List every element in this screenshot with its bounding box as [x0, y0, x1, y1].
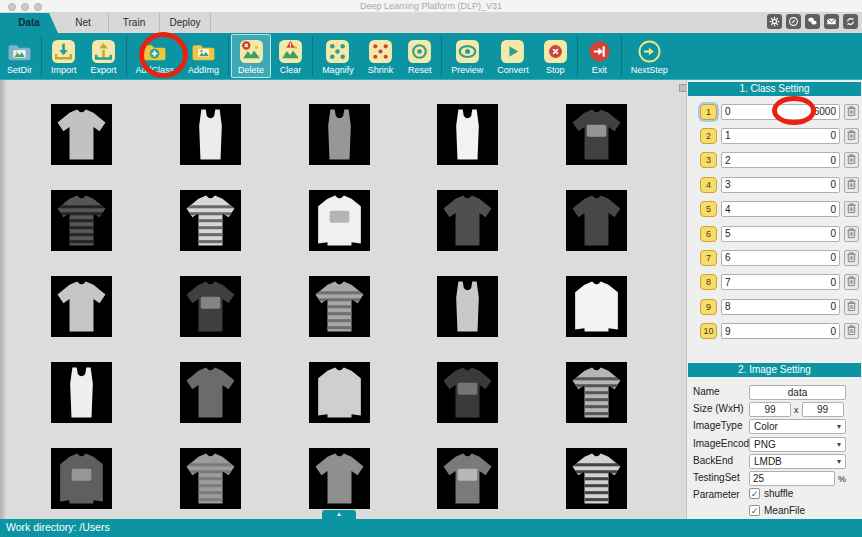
delete-class-button[interactable] — [844, 226, 859, 242]
dataset-image[interactable] — [309, 276, 370, 337]
delete-class-button[interactable] — [844, 104, 859, 120]
toolbar-separator — [228, 36, 229, 76]
dataset-image[interactable] — [437, 104, 498, 165]
class-name-field[interactable]: 30 — [721, 177, 840, 193]
tab-data[interactable]: Data — [0, 13, 58, 33]
width-input[interactable]: 99 — [749, 402, 791, 417]
dataset-image[interactable] — [51, 362, 112, 423]
class-index-button[interactable]: 9 — [700, 299, 717, 315]
class-index-button[interactable]: 2 — [700, 128, 717, 144]
dataset-image[interactable] — [180, 362, 241, 423]
testingset-input[interactable]: 25 — [749, 471, 835, 486]
mail-window-button[interactable] — [824, 14, 839, 29]
dataset-image[interactable] — [51, 276, 112, 337]
toolbar-button-import[interactable]: Import — [44, 34, 84, 78]
scroll-up-tab[interactable]: ▲ — [322, 510, 356, 519]
delete-class-button[interactable] — [844, 299, 859, 315]
tab-deploy[interactable]: Deploy — [160, 13, 211, 33]
class-name-field[interactable]: 10 — [721, 128, 840, 144]
imageencode-select[interactable]: PNG▾ — [749, 437, 846, 452]
dataset-image[interactable] — [180, 104, 241, 165]
dataset-image[interactable] — [51, 448, 112, 509]
dataset-image[interactable] — [309, 448, 370, 509]
dataset-image[interactable] — [309, 190, 370, 251]
height-input[interactable]: 99 — [802, 402, 844, 417]
tab-net[interactable]: Net — [58, 13, 109, 33]
field-control: 25% — [749, 471, 849, 486]
dataset-image[interactable] — [437, 190, 498, 251]
class-name-field[interactable]: 80 — [721, 299, 840, 315]
toolbar-button-reset[interactable]: Reset — [400, 34, 439, 78]
delete-class-button[interactable] — [844, 177, 859, 193]
delete-class-button[interactable] — [844, 274, 859, 290]
class-index-button[interactable]: 7 — [700, 250, 717, 266]
meanfile-checkbox[interactable]: ✓ — [749, 505, 760, 516]
dataset-image[interactable] — [180, 448, 241, 509]
toolbar-button-addclass[interactable]: AddClass — [129, 34, 182, 78]
class-name-field[interactable]: 90 — [721, 323, 840, 339]
folder-image-icon — [7, 39, 32, 64]
dataset-image[interactable] — [566, 104, 627, 165]
class-image-count: 0 — [830, 228, 836, 239]
delete-class-button[interactable] — [844, 201, 859, 217]
class-name-field[interactable]: 40 — [721, 201, 840, 217]
dataset-image[interactable] — [180, 276, 241, 337]
dataset-image[interactable] — [309, 362, 370, 423]
class-name-field[interactable]: 20 — [721, 152, 840, 168]
toolbar-button-nextstep[interactable]: NextStep — [624, 34, 675, 78]
class-index-button[interactable]: 10 — [700, 323, 717, 339]
class-name-field[interactable]: 06000 — [721, 104, 840, 120]
class-name-field[interactable]: 50 — [721, 226, 840, 242]
toolbar-button-setdir[interactable]: SetDir — [0, 34, 39, 78]
class-index-button[interactable]: 8 — [700, 274, 717, 290]
delete-class-button[interactable] — [844, 323, 859, 339]
toolbar-button-delete[interactable]: Delete — [231, 34, 271, 78]
delete-class-button[interactable] — [844, 152, 859, 168]
toolbar-button-clear[interactable]: Clear — [271, 34, 310, 78]
toolbar-button-export[interactable]: Export — [84, 34, 124, 78]
class-index-button[interactable]: 4 — [700, 177, 717, 193]
delete-class-button[interactable] — [844, 128, 859, 144]
toolbar-button-convert[interactable]: Convert — [490, 34, 536, 78]
dataset-image[interactable] — [51, 104, 112, 165]
class-index-button[interactable]: 1 — [700, 104, 717, 120]
tab-train[interactable]: Train — [109, 13, 160, 33]
image-setting-row: ImageEncodePNG▾ — [687, 437, 862, 452]
dataset-image[interactable] — [437, 362, 498, 423]
toolbar-button-exit[interactable]: Exit — [580, 34, 619, 78]
sync-window-button[interactable] — [843, 14, 858, 29]
shuffle-checkbox[interactable]: ✓ — [749, 488, 760, 499]
dataset-image[interactable] — [180, 190, 241, 251]
dataset-image[interactable] — [437, 448, 498, 509]
checkbox-label: MeanFile — [764, 505, 805, 516]
dataset-image[interactable] — [566, 448, 627, 509]
toolbar-button-preview[interactable]: Preview — [444, 34, 490, 78]
compass-window-button[interactable] — [786, 14, 801, 29]
class-image-count: 0 — [830, 252, 836, 263]
class-index-button[interactable]: 3 — [700, 152, 717, 168]
class-name-field[interactable]: 70 — [721, 274, 840, 290]
toolbar-button-magnify[interactable]: Magnify — [315, 34, 361, 78]
toolbar-button-shrink[interactable]: Shrink — [361, 34, 401, 78]
name-input[interactable]: data — [749, 385, 846, 400]
dataset-image[interactable] — [437, 276, 498, 337]
backend-select[interactable]: LMDB▾ — [749, 454, 846, 469]
class-index-button[interactable]: 6 — [700, 226, 717, 242]
toolbar-button-stop[interactable]: Stop — [536, 34, 575, 78]
dataset-image[interactable] — [309, 104, 370, 165]
dataset-image[interactable] — [566, 276, 627, 337]
trash-icon — [846, 103, 857, 121]
class-index-button[interactable]: 5 — [700, 201, 717, 217]
trash-icon — [846, 151, 857, 169]
dataset-image[interactable] — [566, 190, 627, 251]
image-setting-row: TestingSet25% — [687, 471, 862, 486]
class-image-count: 0 — [830, 326, 836, 337]
delete-class-button[interactable] — [844, 250, 859, 266]
chat-window-button[interactable] — [805, 14, 820, 29]
dataset-image[interactable] — [566, 362, 627, 423]
imagetype-select[interactable]: Color▾ — [749, 419, 846, 434]
class-name-field[interactable]: 60 — [721, 250, 840, 266]
dataset-image[interactable] — [51, 190, 112, 251]
settings-window-button[interactable] — [767, 14, 782, 29]
toolbar-button-addimg[interactable]: AddImg — [181, 34, 226, 78]
